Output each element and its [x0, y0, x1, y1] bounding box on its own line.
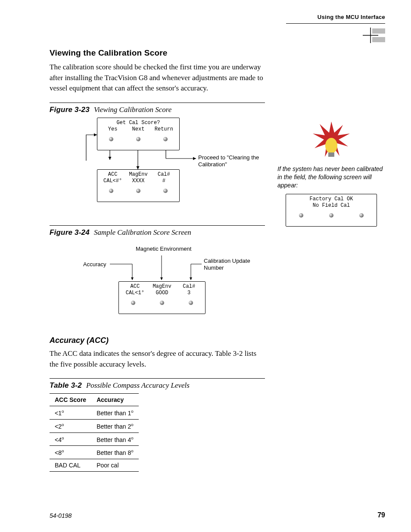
lcd-text: Cal# [151, 171, 177, 178]
table-cell-score: BAD CAL [50, 459, 91, 471]
footer-docnum: 54-0198 [50, 512, 72, 519]
knob-icon [299, 213, 303, 218]
lcd-text: MagEnv [125, 171, 151, 178]
knob-icon [109, 189, 113, 193]
section-title: Viewing the Calibration Score [50, 48, 265, 58]
lcd-module-top: Get Cal Score? Yes Next Return [97, 118, 180, 150]
lcd-text: # [151, 178, 177, 184]
tip-text: If the system has never been calibrated … [277, 165, 385, 190]
lcd-text: No Field Cal [289, 202, 374, 209]
footer-page: 79 [377, 511, 385, 519]
lcd-text: ACC [121, 283, 149, 290]
knob-icon [329, 213, 333, 218]
knob-icon [163, 137, 168, 141]
table-32-label: Table 3-2 [50, 381, 82, 389]
svg-point-14 [325, 138, 337, 153]
knob-icon [189, 301, 193, 305]
table-cell-score: <8o [50, 446, 91, 459]
lcd-text: 3 [175, 290, 202, 296]
table-cell-score: <1o [50, 406, 91, 420]
running-header-rule [286, 23, 385, 24]
figure-23-label: Figure 3-23 [50, 106, 90, 114]
running-header: Using the MCU Interface [318, 14, 385, 20]
figure-24-title: Sample Calibration Score Screen [94, 228, 191, 236]
table-row: <8oBetter than 8o [50, 446, 139, 459]
figure-24-label-magenv: Magnetic Environment [136, 246, 191, 252]
accuracy-paragraph: The ACC data indicates the sensor's degr… [50, 348, 265, 370]
lcd-text: Cal# [175, 283, 202, 290]
knob-icon [136, 137, 140, 141]
lcd-text: ACC [100, 171, 125, 178]
table-cell-accuracy: Better than 1o [91, 406, 139, 420]
svg-rect-15 [328, 152, 334, 157]
table-row: BAD CALPoor cal [50, 459, 139, 471]
figure-24-label-calnum-l2: Number [204, 264, 224, 271]
figure-23-title: Viewing Calibration Score [94, 106, 171, 114]
figure-24-label-calnum-l1: Calibration Update [204, 258, 250, 264]
table-32-rule [50, 378, 265, 379]
figure-24: Accuracy Magnetic Environment Calibratio… [58, 240, 265, 327]
knob-icon [131, 301, 135, 305]
svg-rect-2 [372, 28, 385, 34]
knob-icon [359, 213, 364, 218]
table-cell-accuracy: Better than 2o [91, 419, 139, 432]
figure-23-rule [50, 103, 265, 103]
table-row: <4oBetter than 4o [50, 432, 139, 446]
table-header-row: ACC Score Accuracy [50, 394, 139, 406]
accuracy-table: ACC Score Accuracy <1oBetter than 1o<2oB… [50, 393, 139, 472]
figure-24-caption: Figure 3-24 Sample Calibration Score Scr… [50, 228, 265, 237]
figure-24-label: Figure 3-24 [50, 228, 90, 236]
table-col-score: ACC Score [50, 394, 91, 406]
lcd-module-factory: Factory Cal OK No Field Cal [286, 194, 377, 227]
lcd-text: Yes [100, 126, 125, 133]
lcd-text: XXXX [125, 178, 151, 184]
lcd-text: Get Cal Score? [100, 120, 177, 126]
lcd-text: Next [125, 126, 151, 133]
sidebar-tip: If the system has never been calibrated … [277, 121, 385, 227]
table-32-title: Possible Compass Accuracy Levels [86, 381, 190, 389]
lcd-text: Return [151, 126, 177, 133]
svg-rect-3 [372, 37, 385, 42]
table-32-caption: Table 3-2 Possible Compass Accuracy Leve… [50, 381, 265, 390]
tip-burst-icon [312, 121, 351, 162]
figure-23: Get Cal Score? Yes Next Return [58, 118, 265, 217]
lcd-text: Factory Cal OK [289, 196, 374, 202]
figure-23-caption: Figure 3-23 Viewing Calibration Score [50, 106, 265, 114]
table-cell-accuracy: Better than 4o [91, 432, 139, 446]
knob-icon [136, 189, 140, 193]
lcd-module-sample: ACC MagEnv Cal# CAL<1° GOOD 3 [118, 281, 206, 314]
section-paragraph: The calibration score should be checked … [50, 62, 265, 94]
figure-24-rule [50, 225, 265, 226]
lcd-text: CAL<1° [121, 290, 149, 296]
figure-24-label-calnum: Calibration Update Number [204, 258, 260, 272]
accuracy-heading: Accuracy (ACC) [50, 336, 265, 345]
lcd-text: GOOD [149, 290, 176, 296]
table-cell-score: <4o [50, 432, 91, 446]
lcd-text: CAL<#° [100, 178, 125, 184]
figure-23-annotation: Proceed to "Clearing the Calibration" [198, 154, 263, 168]
table-col-accuracy: Accuracy [91, 394, 139, 406]
knob-icon [160, 301, 164, 305]
table-row: <1oBetter than 1o [50, 406, 139, 420]
knob-icon [163, 189, 168, 193]
knob-icon [109, 137, 113, 141]
table-row: <2oBetter than 2o [50, 419, 139, 432]
table-cell-score: <2o [50, 419, 91, 432]
figure-24-label-accuracy: Accuracy [83, 261, 106, 268]
lcd-text: MagEnv [149, 283, 176, 290]
table-cell-accuracy: Better than 8o [91, 446, 139, 459]
table-cell-accuracy: Poor cal [91, 459, 139, 471]
lcd-module-bottom: ACC MagEnv Cal# CAL<#° XXXX # [97, 169, 180, 202]
registration-mark [363, 27, 389, 44]
